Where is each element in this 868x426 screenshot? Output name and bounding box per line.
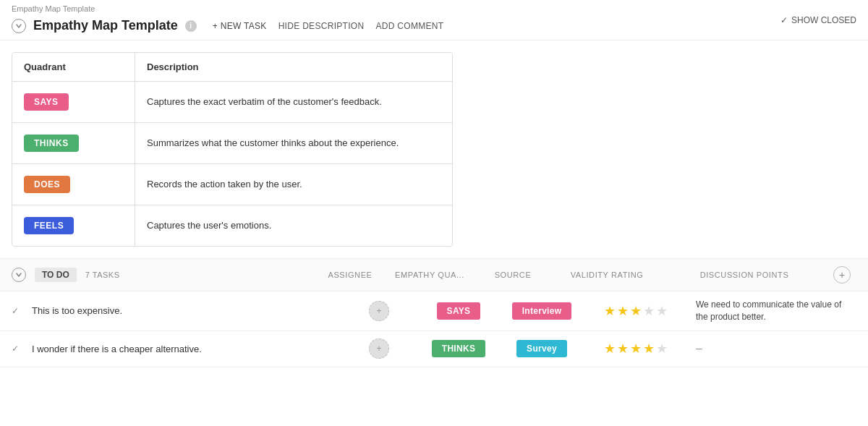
quadrant-badge-does[interactable]: DOES — [24, 176, 70, 193]
star-empty: ★ — [656, 303, 668, 319]
quadrant-badge-says[interactable]: SAYS — [24, 93, 69, 111]
task-row: ✓ This is too expensive. + SAYS Intervie… — [0, 291, 868, 331]
page-title: Empathy Map Template — [33, 18, 178, 33]
col-header-quadrant: Quadrant — [12, 53, 135, 82]
top-header: Empathy Map Template Empathy Map Templat… — [0, 0, 868, 41]
validity-cell: ★★★★★ — [582, 303, 690, 319]
source-cell: Survey — [502, 340, 582, 357]
task-columns: ASSIGNEE EMPATHY QUA... SOURCE VALIDITY … — [314, 266, 856, 284]
stars-container: ★★★★★ — [604, 303, 668, 319]
empathy-cell: THINKS — [415, 340, 502, 357]
empathy-badge[interactable]: SAYS — [437, 302, 481, 320]
collapse-icon[interactable] — [12, 19, 26, 33]
star-filled: ★ — [617, 303, 629, 319]
source-badge[interactable]: Interview — [512, 302, 572, 320]
row-quadrant: FEELS — [12, 205, 135, 246]
col-source-header: SOURCE — [473, 270, 553, 279]
table-row: FEELS Captures the user's emotions. — [12, 205, 452, 246]
row-quadrant: SAYS — [12, 82, 135, 122]
hide-description-button[interactable]: HIDE DESCRIPTION — [278, 21, 365, 31]
table-row: THINKS Summarizes what the customer thin… — [12, 123, 452, 164]
header-actions: + NEW TASK HIDE DESCRIPTION ADD COMMENT — [213, 21, 444, 31]
discussion-text: We need to communicate the value of the … — [696, 299, 841, 322]
star-filled: ★ — [630, 341, 642, 357]
table-row: SAYS Captures the exact verbatim of the … — [12, 82, 452, 123]
quadrant-badge-thinks[interactable]: THINKS — [24, 135, 79, 152]
source-cell: Interview — [502, 302, 582, 320]
row-description: Summarizes what the customer thinks abou… — [135, 123, 452, 163]
task-name: I wonder if there is a cheaper alternati… — [32, 344, 343, 354]
discussion-dash: – — [696, 342, 702, 354]
todo-badge: TO DO — [35, 268, 77, 282]
empathy-badge[interactable]: THINKS — [432, 340, 485, 357]
assignee-cell: + — [343, 301, 415, 321]
row-description: Records the action taken by the user. — [135, 164, 452, 205]
task-checkbox[interactable]: ✓ — [12, 344, 26, 354]
validity-cell: ★★★★★ — [582, 341, 690, 357]
title-row: Empathy Map Template i + NEW TASK HIDE D… — [12, 18, 443, 33]
star-empty: ★ — [643, 303, 655, 319]
assignee-avatar[interactable]: + — [369, 301, 389, 321]
col-validity-header: VALIDITY RATING — [553, 270, 661, 279]
star-empty: ★ — [656, 341, 668, 357]
discussion-cell: We need to communicate the value of the … — [690, 299, 856, 323]
discussion-cell: – — [690, 341, 856, 357]
star-filled: ★ — [604, 341, 616, 357]
row-description: Captures the exact verbatim of the custo… — [135, 82, 452, 122]
col-discussion-header: DISCUSSION POINTS — [661, 270, 827, 279]
show-closed-button[interactable]: ✓ SHOW CLOSED — [780, 15, 856, 25]
check-icon: ✓ — [780, 15, 788, 25]
star-filled: ★ — [630, 303, 642, 319]
task-name: This is too expensive. — [32, 305, 343, 316]
table-rows: SAYS Captures the exact verbatim of the … — [12, 82, 452, 246]
col-add-header: + — [827, 266, 856, 284]
quadrant-badge-feels[interactable]: FEELS — [24, 217, 74, 234]
source-badge[interactable]: Survey — [516, 340, 567, 357]
task-row: ✓ I wonder if there is a cheaper alterna… — [0, 331, 868, 367]
add-column-button[interactable]: + — [833, 266, 851, 284]
task-header: TO DO 7 TASKS ASSIGNEE EMPATHY QUA... SO… — [0, 259, 868, 291]
col-empathy-header: EMPATHY QUA... — [386, 270, 473, 279]
row-quadrant: THINKS — [12, 123, 135, 163]
col-assignee-header: ASSIGNEE — [314, 270, 386, 279]
new-task-button[interactable]: + NEW TASK — [213, 21, 267, 31]
breadcrumb: Empathy Map Template — [12, 4, 95, 13]
row-quadrant: DOES — [12, 164, 135, 205]
show-closed-label: SHOW CLOSED — [791, 15, 856, 25]
add-assignee-icon: + — [376, 306, 381, 316]
task-section: TO DO 7 TASKS ASSIGNEE EMPATHY QUA... SO… — [0, 258, 868, 367]
col-header-description: Description — [135, 53, 452, 82]
info-icon[interactable]: i — [185, 20, 197, 32]
table-header: Quadrant Description — [12, 53, 452, 82]
assignee-avatar[interactable]: + — [369, 338, 389, 359]
add-assignee-icon: + — [376, 344, 381, 354]
empathy-cell: SAYS — [415, 302, 502, 320]
star-filled: ★ — [643, 341, 655, 357]
task-checkbox[interactable]: ✓ — [12, 306, 26, 316]
description-table: Quadrant Description SAYS Captures the e… — [12, 52, 453, 247]
assignee-cell: + — [343, 338, 415, 359]
task-collapse-icon[interactable] — [12, 268, 26, 282]
task-count: 7 TASKS — [85, 270, 120, 279]
star-filled: ★ — [604, 303, 616, 319]
row-description: Captures the user's emotions. — [135, 205, 452, 246]
star-filled: ★ — [617, 341, 629, 357]
add-comment-button[interactable]: ADD COMMENT — [375, 21, 443, 31]
stars-container: ★★★★★ — [604, 341, 668, 357]
table-row: DOES Records the action taken by the use… — [12, 164, 452, 205]
task-rows: ✓ This is too expensive. + SAYS Intervie… — [0, 291, 868, 367]
